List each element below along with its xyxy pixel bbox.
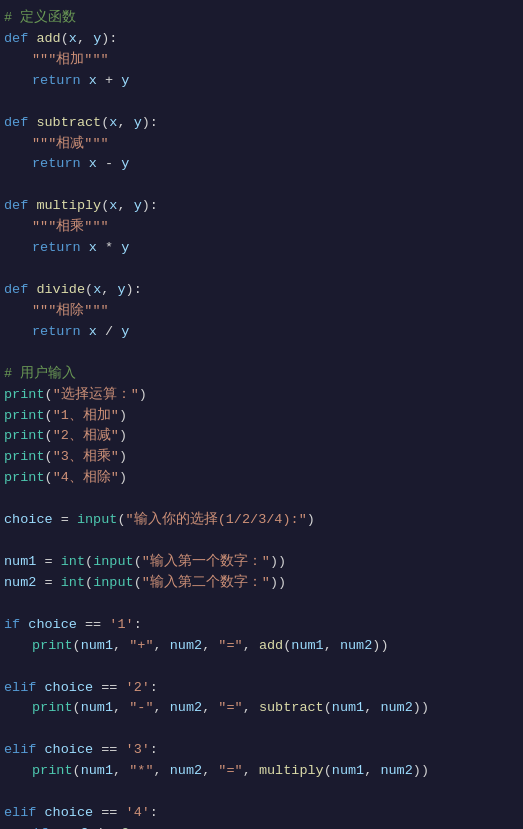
keyword-return-divide: return xyxy=(32,322,89,343)
line-docstr-add: """相加""" xyxy=(4,50,519,71)
line-elif-choice4: elif choice == '4': xyxy=(4,803,519,824)
line-return-divide: return x / y xyxy=(4,322,519,343)
var-x-div: x xyxy=(89,322,97,343)
line-docstr-divide: """相除""" xyxy=(4,301,519,322)
line-def-subtract: def subtract(x, y): xyxy=(4,113,519,134)
line-blank-3 xyxy=(4,259,519,280)
str-eq-3: "=" xyxy=(218,761,242,782)
code-editor: # 定义函数 def add(x, y): """相加""" return x … xyxy=(0,0,523,829)
line-print-4: print("4、相除") xyxy=(4,468,519,489)
var-y-div: y xyxy=(121,322,129,343)
var-y-mul: y xyxy=(121,238,129,259)
keyword-if-num2: if xyxy=(32,824,56,829)
param-x-mul: x xyxy=(109,196,117,217)
var-choice: choice xyxy=(4,510,53,531)
comment-define-functions: # 定义函数 xyxy=(4,8,76,29)
var-num1-arg2: num1 xyxy=(332,698,364,719)
line-def-divide: def divide(x, y): xyxy=(4,280,519,301)
var-choice-elif2: choice xyxy=(45,678,94,699)
builtin-print-select: print xyxy=(4,385,45,406)
str-select: "选择运算：" xyxy=(53,385,139,406)
str-1: "1、相加" xyxy=(53,406,119,427)
var-choice-elif3: choice xyxy=(45,740,94,761)
str-2: "2、相减" xyxy=(53,426,119,447)
line-def-add: def add(x, y): xyxy=(4,29,519,50)
var-num2: num2 xyxy=(4,573,36,594)
str-val-4: '4' xyxy=(126,803,150,824)
line-blank-2 xyxy=(4,175,519,196)
var-num1-c1: num1 xyxy=(81,636,113,657)
line-blank-1 xyxy=(4,92,519,113)
call-multiply: multiply xyxy=(259,761,324,782)
line-if-choice1: if choice == '1': xyxy=(4,615,519,636)
builtin-print-choice1: print xyxy=(32,636,73,657)
var-num2-c2: num2 xyxy=(170,698,202,719)
param-y: y xyxy=(93,29,101,50)
comment-user-input: # 用户输入 xyxy=(4,364,76,385)
builtin-print-2: print xyxy=(4,426,45,447)
line-blank-4 xyxy=(4,343,519,364)
var-num1-c3: num1 xyxy=(81,761,113,782)
str-num2-prompt: "输入第二个数字：" xyxy=(142,573,270,594)
builtin-print-4: print xyxy=(4,468,45,489)
param-x-div: x xyxy=(93,280,101,301)
line-num1-input: num1 = int(input("输入第一个数字：")) xyxy=(4,552,519,573)
keyword-elif-2: elif xyxy=(4,678,45,699)
builtin-print-3: print xyxy=(4,447,45,468)
num-zero: 0 xyxy=(121,824,129,829)
call-subtract: subtract xyxy=(259,698,324,719)
line-comment-define: # 定义函数 xyxy=(4,8,519,29)
line-print-choice2: print(num1, "-", num2, "=", subtract(num… xyxy=(4,698,519,719)
var-num2-c1: num2 xyxy=(170,636,202,657)
func-add: add xyxy=(36,29,60,50)
builtin-print-choice3: print xyxy=(32,761,73,782)
line-blank-5 xyxy=(4,489,519,510)
str-eq-2: "=" xyxy=(218,698,242,719)
str-val-3: '3' xyxy=(126,740,150,761)
call-add: add xyxy=(259,636,283,657)
builtin-input-num2: input xyxy=(93,573,134,594)
param-y-div: y xyxy=(117,280,125,301)
str-minus: "-" xyxy=(129,698,153,719)
line-return-subtract: return x - y xyxy=(4,154,519,175)
punc-open: ( xyxy=(61,29,69,50)
line-elif-choice2: elif choice == '2': xyxy=(4,678,519,699)
keyword-return-subtract: return xyxy=(32,154,89,175)
param-y-mul: y xyxy=(134,196,142,217)
line-print-choice3: print(num1, "*", num2, "=", multiply(num… xyxy=(4,761,519,782)
param-y-sub: y xyxy=(134,113,142,134)
keyword-elif-3: elif xyxy=(4,740,45,761)
builtin-print-choice2: print xyxy=(32,698,73,719)
line-num2-input: num2 = int(input("输入第二个数字：")) xyxy=(4,573,519,594)
line-print-3: print("3、相乘") xyxy=(4,447,519,468)
keyword-return-multiply: return xyxy=(32,238,89,259)
builtin-input-num1: input xyxy=(93,552,134,573)
line-def-multiply: def multiply(x, y): xyxy=(4,196,519,217)
line-print-2: print("2、相减") xyxy=(4,426,519,447)
var-x-sub: x xyxy=(89,154,97,175)
var-num2-arg2: num2 xyxy=(380,698,412,719)
var-choice-elif4: choice xyxy=(45,803,94,824)
line-comment-user-input: # 用户输入 xyxy=(4,364,519,385)
line-print-choice1: print(num1, "+", num2, "=", add(num1, nu… xyxy=(4,636,519,657)
func-subtract: subtract xyxy=(36,113,101,134)
line-elif-choice3: elif choice == '3': xyxy=(4,740,519,761)
line-return-multiply: return x * y xyxy=(4,238,519,259)
line-print-1: print("1、相加") xyxy=(4,406,519,427)
keyword-def-divide: def xyxy=(4,280,36,301)
docstr-multiply: """相乘""" xyxy=(32,217,109,238)
keyword-elif-4: elif xyxy=(4,803,45,824)
param-x-sub: x xyxy=(109,113,117,134)
docstr-subtract: """相减""" xyxy=(32,134,109,155)
func-divide: divide xyxy=(36,280,85,301)
var-y-add: y xyxy=(121,71,129,92)
str-num1-prompt: "输入第一个数字：" xyxy=(142,552,270,573)
var-x-mul: x xyxy=(89,238,97,259)
param-x: x xyxy=(69,29,77,50)
keyword-if-1: if xyxy=(4,615,28,636)
keyword-def: def xyxy=(4,29,36,50)
builtin-int-num2: int xyxy=(61,573,85,594)
var-num1: num1 xyxy=(4,552,36,573)
var-num2-c3: num2 xyxy=(170,761,202,782)
line-choice-input: choice = input("输入你的选择(1/2/3/4):") xyxy=(4,510,519,531)
